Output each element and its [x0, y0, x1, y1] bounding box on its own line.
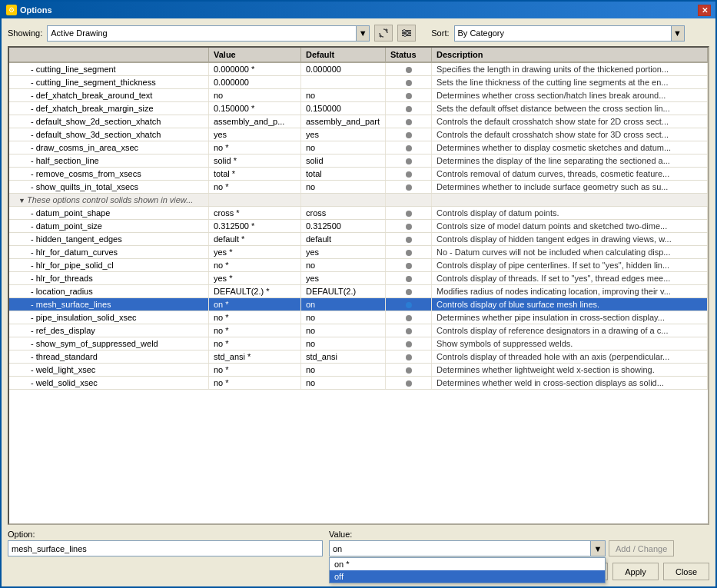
row-value: no * [209, 377, 301, 389]
row-name: - thread_standard [9, 350, 209, 363]
sort-dropdown-wrapper: By Category Alphabetical ▼ [454, 25, 685, 42]
table-row[interactable]: - mesh_surface_lines on * on Controls di… [9, 298, 708, 311]
table-row[interactable]: - def_xhatch_break_around_text no no Det… [9, 89, 708, 102]
table-row[interactable]: - ref_des_display no * no Controls displ… [9, 324, 708, 337]
row-status [386, 350, 432, 363]
table-row[interactable]: - default_show_3d_section_xhatch yes yes… [9, 128, 708, 141]
table-row[interactable]: - weld_light_xsec no * no Determines whe… [9, 364, 708, 377]
row-status [386, 364, 432, 376]
settings-button[interactable] [397, 25, 416, 42]
option-input[interactable] [8, 540, 323, 556]
value-dropdown-arrow[interactable]: ▼ [590, 540, 606, 556]
table-row[interactable]: - datum_point_shape cross * cross Contro… [9, 207, 708, 220]
showing-dropdown-wrapper: Active Drawing All Drawings ▼ [47, 25, 370, 42]
table-row[interactable]: - hidden_tangent_edges default * default… [9, 233, 708, 246]
row-default: yes [301, 246, 386, 258]
table-row[interactable]: - show_sym_of_suppressed_weld no * no Sh… [9, 337, 708, 350]
row-value: assembly_and_p... [209, 115, 301, 128]
row-default: no [301, 89, 386, 101]
refresh-button[interactable] [374, 25, 393, 42]
row-status [386, 181, 432, 193]
row-status [386, 141, 432, 154]
table-row[interactable]: - remove_cosms_from_xsecs total * total … [9, 168, 708, 181]
value-dropdown-popup: on * off [329, 557, 606, 583]
value-group: Value: ▼ on * off Add / Change [329, 530, 674, 556]
value-label: Value: [329, 530, 674, 539]
value-option-on[interactable]: on * [330, 558, 605, 570]
window-title: Options [20, 5, 52, 15]
status-dot [406, 263, 412, 269]
table-row[interactable]: - hlr_for_datum_curves yes * yes No - Da… [9, 246, 708, 259]
row-name: - remove_cosms_from_xsecs [9, 168, 209, 180]
close-window-button[interactable]: ✕ [698, 5, 711, 16]
status-dot [406, 250, 412, 256]
row-default: no [301, 311, 386, 324]
row-default: cross [301, 207, 386, 219]
row-default [301, 76, 386, 88]
row-default: on [301, 298, 386, 311]
table-row[interactable]: - datum_point_size 0.312500 * 0.312500 C… [9, 220, 708, 233]
table-row[interactable]: - default_show_2d_section_xhatch assembl… [9, 115, 708, 128]
table-row[interactable]: - cutting_line_segment 0.000000 * 0.0000… [9, 63, 708, 76]
row-name: - def_xhatch_break_margin_size [9, 102, 209, 115]
row-default: no [301, 181, 386, 193]
sort-dropdown[interactable]: By Category Alphabetical [454, 25, 685, 42]
row-name: - def_xhatch_break_around_text [9, 89, 209, 101]
row-value: 0.000000 * [209, 63, 301, 75]
row-value: 0.000000 [209, 76, 301, 88]
row-status [386, 102, 432, 115]
table-row[interactable]: - pipe_insulation_solid_xsec no * no Det… [9, 311, 708, 324]
status-dot [406, 315, 412, 321]
row-desc: Controls the default crosshatch show sta… [432, 128, 708, 141]
row-default: std_ansi [301, 350, 386, 363]
expand-icon[interactable]: ▼ [18, 197, 25, 204]
table-row[interactable]: - half_section_line solid * solid Determ… [9, 154, 708, 168]
col-value: Value [209, 48, 301, 61]
row-value: no * [209, 181, 301, 193]
table-scroll-area[interactable]: - cutting_line_segment 0.000000 * 0.0000… [9, 63, 708, 523]
row-desc: Sets the default offset distance between… [432, 102, 708, 115]
table-row[interactable]: - thread_standard std_ansi * std_ansi Co… [9, 350, 708, 364]
window-body: Showing: Active Drawing All Drawings ▼ [2, 18, 715, 586]
close-button[interactable]: Close [663, 563, 709, 580]
row-default: yes [301, 128, 386, 141]
row-desc: Controls display of threaded hole with a… [432, 350, 708, 363]
option-value-row: Option: Value: ▼ on * off [8, 530, 709, 556]
table-rows-container: - cutting_line_segment 0.000000 * 0.0000… [9, 63, 708, 390]
row-default: no [301, 377, 386, 389]
table-row[interactable]: - hlr_for_pipe_solid_cl no * no Controls… [9, 259, 708, 272]
showing-dropdown[interactable]: Active Drawing All Drawings [47, 25, 370, 42]
row-status [386, 89, 432, 101]
row-desc: Controls display of reference designator… [432, 324, 708, 337]
table-row[interactable]: - hlr_for_threads yes * yes Controls dis… [9, 272, 708, 285]
refresh-icon [378, 28, 389, 38]
apply-button[interactable]: Apply [612, 563, 659, 580]
table-row[interactable]: - show_quilts_in_total_xsecs no * no Det… [9, 181, 708, 194]
row-status [386, 220, 432, 232]
value-input[interactable] [329, 540, 606, 556]
row-desc: Sets the line thickness of the cutting l… [432, 76, 708, 88]
row-desc: Controls display of datum points. [432, 207, 708, 219]
value-option-off[interactable]: off [330, 570, 605, 583]
row-name: - weld_solid_xsec [9, 377, 209, 389]
row-desc: Controls display of hidden tangent edges… [432, 233, 708, 245]
table-row[interactable]: - def_xhatch_break_margin_size 0.150000 … [9, 102, 708, 115]
add-change-button[interactable]: Add / Change [609, 540, 674, 556]
row-status [386, 115, 432, 128]
row-desc: Determines whether cross section/hatch l… [432, 89, 708, 101]
top-controls-row: Showing: Active Drawing All Drawings ▼ [8, 25, 709, 42]
row-name: - show_sym_of_suppressed_weld [9, 337, 209, 350]
col-name [9, 48, 209, 61]
window-icon: ⚙ [6, 5, 17, 15]
row-status [386, 233, 432, 245]
table-row[interactable]: - location_radius DEFAULT(2.) * DEFAULT(… [9, 285, 708, 298]
table-row[interactable]: - weld_solid_xsec no * no Determines whe… [9, 377, 708, 390]
row-status [386, 337, 432, 350]
table-row[interactable]: - draw_cosms_in_area_xsec no * no Determ… [9, 141, 708, 154]
status-dot [406, 119, 412, 125]
row-default: no [301, 364, 386, 376]
table-row[interactable]: - cutting_line_segment_thickness 0.00000… [9, 76, 708, 89]
row-desc: Controls size of model datum points and … [432, 220, 708, 232]
row-status [386, 207, 432, 219]
svg-point-7 [404, 35, 407, 37]
